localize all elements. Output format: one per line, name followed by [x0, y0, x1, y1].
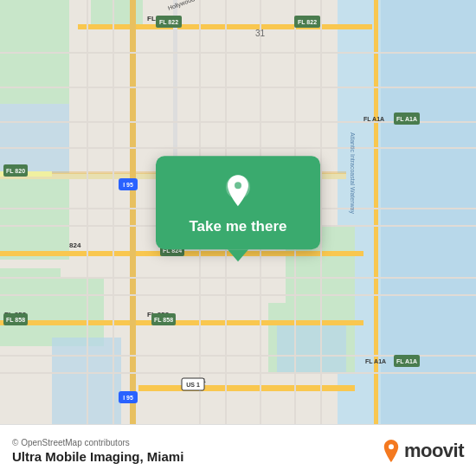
svg-rect-26	[138, 385, 355, 391]
svg-text:FL 822: FL 822	[298, 19, 317, 25]
svg-rect-41	[320, 0, 322, 424]
svg-rect-8	[0, 268, 61, 346]
moovit-logo: moovit	[382, 440, 464, 462]
svg-text:824: 824	[69, 241, 81, 249]
svg-rect-36	[113, 0, 114, 424]
place-info: © OpenStreetMap contributors Ultra Mobil…	[12, 438, 183, 464]
svg-rect-1	[372, 0, 476, 424]
svg-rect-42	[0, 52, 476, 54]
svg-rect-51	[0, 372, 476, 374]
svg-rect-45	[0, 147, 476, 149]
svg-rect-12	[277, 320, 346, 372]
svg-text:I 95: I 95	[123, 395, 133, 401]
place-name: Ultra Mobile Imaging, Miami	[12, 449, 183, 464]
map-attribution: © OpenStreetMap contributors	[12, 438, 183, 447]
svg-text:FL A1A: FL A1A	[396, 358, 417, 364]
svg-rect-28	[130, 0, 136, 424]
bottom-bar: © OpenStreetMap contributors Ultra Mobil…	[0, 424, 476, 476]
svg-rect-43	[0, 87, 476, 88]
map-popup[interactable]: Take me there	[156, 156, 320, 249]
svg-text:FL 858: FL 858	[6, 317, 25, 323]
svg-rect-35	[87, 0, 88, 424]
svg-text:I 95: I 95	[123, 182, 133, 188]
svg-text:Atlantic Intracoastal Waterway: Atlantic Intracoastal Waterway	[349, 132, 356, 214]
svg-text:US 1: US 1	[186, 382, 200, 388]
moovit-brand-text: moovit	[404, 440, 464, 462]
svg-rect-48	[0, 277, 476, 279]
svg-text:FL 858: FL 858	[154, 317, 173, 323]
svg-rect-10	[0, 104, 69, 173]
svg-text:FL 822: FL 822	[159, 19, 178, 25]
svg-text:FL A1A: FL A1A	[396, 116, 417, 122]
moovit-pin-icon	[382, 440, 401, 462]
svg-text:FL A1A: FL A1A	[363, 116, 384, 122]
svg-rect-49	[0, 294, 476, 296]
map-container: FL 822 FL 822 FL 820 824 FL 824 FL 858 F…	[0, 0, 476, 424]
location-pin-icon	[219, 171, 257, 209]
svg-text:FL 820: FL 820	[6, 168, 25, 174]
svg-rect-4	[0, 173, 69, 260]
svg-rect-23	[0, 320, 363, 325]
svg-text:31: 31	[255, 29, 266, 38]
svg-text:FL A1A: FL A1A	[365, 358, 386, 364]
popup-label: Take me there	[189, 218, 286, 235]
